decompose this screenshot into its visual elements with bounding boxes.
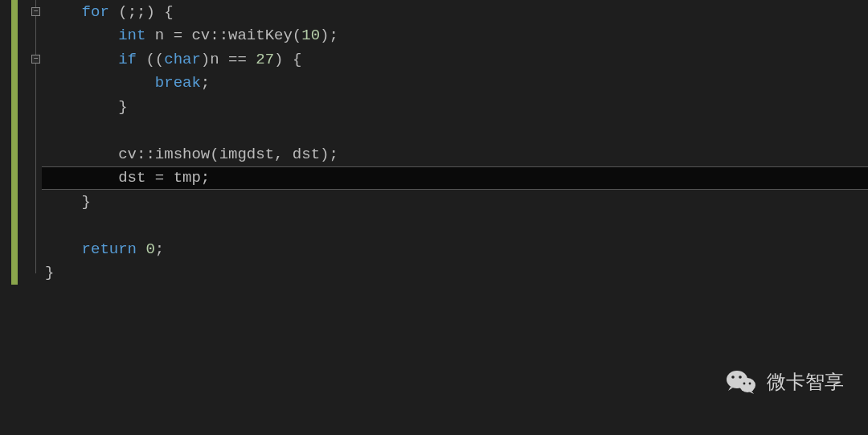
code-line: return 0;	[42, 237, 868, 261]
keyword-break: break	[155, 74, 201, 92]
fold-toggle-icon[interactable]: −	[31, 55, 40, 64]
fold-line	[35, 166, 36, 191]
keyword-char: char	[164, 51, 201, 68]
current-line: dst = tmp;	[42, 166, 868, 191]
keyword-for: for	[82, 3, 109, 21]
gutter-line: −	[0, 0, 42, 24]
svg-point-3	[739, 375, 742, 379]
gutter-line	[0, 119, 42, 143]
svg-point-5	[749, 383, 751, 385]
fold-line	[35, 95, 36, 119]
modified-indicator	[11, 0, 18, 24]
code-text: cv::imshow(imgdst, dst);	[118, 146, 338, 163]
code-line: }	[42, 261, 868, 285]
brace-close: }	[45, 264, 54, 281]
modified-indicator	[11, 166, 18, 191]
code-line: if ((char)n == 27) {	[42, 47, 868, 72]
code-line: }	[42, 190, 868, 214]
fold-line	[35, 24, 36, 48]
gutter-line	[0, 166, 42, 191]
code-line: int n = cv::waitKey(10);	[42, 24, 868, 48]
code-text: )n ==	[201, 51, 256, 68]
modified-indicator	[11, 261, 18, 285]
code-text: ((	[137, 51, 164, 68]
brace-close: }	[82, 193, 91, 211]
code-text: (;;) {	[109, 3, 174, 21]
svg-point-4	[743, 383, 746, 385]
fold-line	[35, 72, 36, 96]
modified-indicator	[11, 72, 18, 96]
gutter-line	[0, 237, 42, 261]
code-line	[42, 119, 868, 143]
code-text: ) {	[274, 51, 301, 68]
keyword-int: int	[118, 27, 145, 44]
keyword-return: return	[82, 240, 137, 258]
code-text: );	[320, 27, 338, 44]
code-text: n = cv::waitKey(	[145, 27, 301, 44]
gutter-line: −	[0, 47, 42, 72]
gutter-line	[0, 190, 42, 214]
fold-line	[35, 119, 36, 143]
brace-close: }	[118, 98, 127, 116]
svg-point-2	[731, 375, 735, 379]
modified-indicator	[11, 47, 18, 72]
number-literal: 0	[145, 240, 154, 258]
gutter-line	[0, 214, 42, 238]
modified-indicator	[11, 24, 18, 48]
code-line	[42, 214, 868, 238]
gutter: − −	[0, 0, 42, 435]
svg-point-1	[739, 378, 755, 392]
fold-line	[35, 214, 36, 238]
keyword-if: if	[118, 51, 137, 68]
modified-indicator	[11, 237, 18, 261]
watermark: 微卡智享	[727, 369, 844, 395]
fold-line	[35, 190, 36, 214]
gutter-line	[0, 142, 42, 166]
modified-indicator	[11, 95, 18, 119]
gutter-line	[0, 72, 42, 96]
modified-indicator	[11, 214, 18, 238]
code-text: dst = tmp;	[118, 169, 210, 187]
number-literal: 10	[301, 27, 320, 44]
semicolon: ;	[155, 240, 164, 258]
code-line: for (;;) {	[42, 0, 868, 24]
number-literal: 27	[256, 51, 274, 68]
modified-indicator	[11, 190, 18, 214]
code-line: break;	[42, 72, 868, 96]
fold-toggle-icon[interactable]: −	[31, 7, 40, 16]
wechat-icon	[727, 370, 755, 394]
modified-indicator	[11, 142, 18, 166]
modified-indicator	[11, 119, 18, 143]
gutter-line	[0, 261, 42, 285]
gutter-line	[0, 24, 42, 48]
fold-line	[35, 261, 36, 274]
code-line: cv::imshow(imgdst, dst);	[42, 142, 868, 166]
fold-line	[35, 237, 36, 261]
gutter-line	[0, 95, 42, 119]
fold-line	[35, 142, 36, 166]
space	[137, 240, 145, 258]
semicolon: ;	[201, 74, 210, 92]
code-line: }	[42, 95, 868, 119]
watermark-text: 微卡智享	[767, 369, 844, 395]
